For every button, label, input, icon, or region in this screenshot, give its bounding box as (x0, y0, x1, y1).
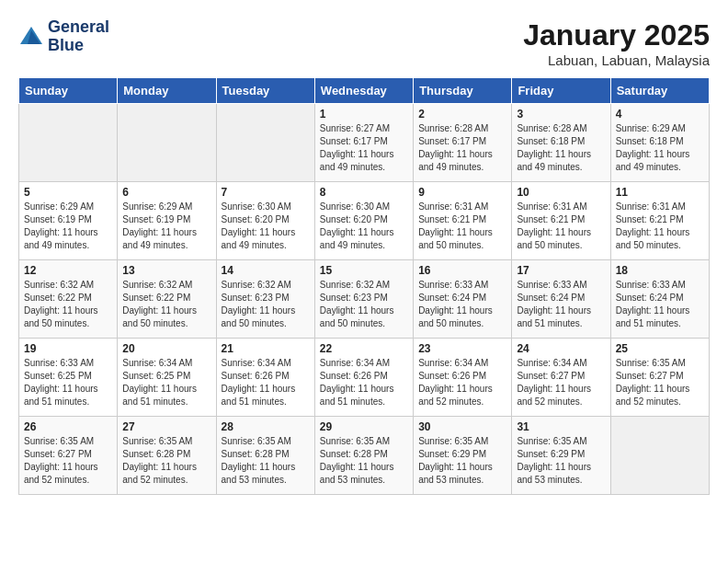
day-number: 9 (418, 186, 506, 199)
day-info: Sunrise: 6:32 AM Sunset: 6:23 PM Dayligh… (222, 279, 310, 330)
day-info: Sunrise: 6:35 AM Sunset: 6:28 PM Dayligh… (222, 435, 310, 487)
day-info: Sunrise: 6:33 AM Sunset: 6:24 PM Dayligh… (418, 279, 506, 330)
day-number: 2 (418, 108, 506, 121)
day-info: Sunrise: 6:33 AM Sunset: 6:24 PM Dayligh… (616, 279, 704, 330)
day-info: Sunrise: 6:32 AM Sunset: 6:22 PM Dayligh… (122, 279, 210, 330)
col-tuesday: Tuesday (216, 78, 314, 104)
col-friday: Friday (512, 78, 610, 104)
logo-icon (18, 24, 44, 50)
day-number: 14 (222, 264, 310, 277)
calendar-cell: 10Sunrise: 6:31 AM Sunset: 6:21 PM Dayli… (512, 182, 610, 260)
calendar-cell: 30Sunrise: 6:35 AM Sunset: 6:29 PM Dayli… (414, 417, 512, 495)
day-number: 3 (517, 108, 605, 121)
calendar-cell: 28Sunrise: 6:35 AM Sunset: 6:28 PM Dayli… (216, 417, 314, 495)
day-number: 20 (122, 342, 210, 355)
calendar-header: Sunday Monday Tuesday Wednesday Thursday… (19, 78, 710, 104)
calendar-cell: 24Sunrise: 6:34 AM Sunset: 6:27 PM Dayli… (512, 339, 610, 417)
day-info: Sunrise: 6:35 AM Sunset: 6:28 PM Dayligh… (122, 435, 210, 487)
day-info: Sunrise: 6:35 AM Sunset: 6:28 PM Dayligh… (320, 435, 408, 487)
calendar-cell: 26Sunrise: 6:35 AM Sunset: 6:27 PM Dayli… (19, 417, 118, 495)
day-number: 19 (24, 342, 112, 355)
col-thursday: Thursday (414, 78, 512, 104)
day-info: Sunrise: 6:32 AM Sunset: 6:23 PM Dayligh… (320, 279, 408, 330)
day-number: 15 (320, 264, 408, 277)
calendar-cell: 7Sunrise: 6:30 AM Sunset: 6:20 PM Daylig… (216, 182, 314, 260)
day-number: 10 (517, 186, 605, 199)
day-info: Sunrise: 6:30 AM Sunset: 6:20 PM Dayligh… (320, 201, 408, 252)
day-info: Sunrise: 6:29 AM Sunset: 6:18 PM Dayligh… (616, 122, 704, 174)
calendar-cell: 20Sunrise: 6:34 AM Sunset: 6:25 PM Dayli… (118, 339, 216, 417)
day-info: Sunrise: 6:34 AM Sunset: 6:26 PM Dayligh… (418, 357, 506, 408)
day-number: 25 (616, 342, 704, 355)
day-number: 17 (517, 264, 605, 277)
day-info: Sunrise: 6:35 AM Sunset: 6:27 PM Dayligh… (616, 357, 704, 408)
day-info: Sunrise: 6:30 AM Sunset: 6:20 PM Dayligh… (222, 201, 310, 252)
day-info: Sunrise: 6:34 AM Sunset: 6:26 PM Dayligh… (320, 357, 408, 408)
calendar-week-row: 19Sunrise: 6:33 AM Sunset: 6:25 PM Dayli… (19, 339, 710, 417)
day-number: 4 (616, 108, 704, 121)
calendar-cell: 18Sunrise: 6:33 AM Sunset: 6:24 PM Dayli… (610, 260, 709, 339)
calendar-cell (118, 104, 216, 182)
calendar-cell (610, 417, 709, 495)
day-number: 29 (320, 420, 408, 433)
header-row: Sunday Monday Tuesday Wednesday Thursday… (19, 78, 710, 104)
day-number: 30 (418, 420, 506, 433)
calendar-cell: 13Sunrise: 6:32 AM Sunset: 6:22 PM Dayli… (118, 260, 216, 339)
day-number: 23 (418, 342, 506, 355)
day-info: Sunrise: 6:33 AM Sunset: 6:25 PM Dayligh… (24, 357, 112, 408)
calendar-subtitle: Labuan, Labuan, Malaysia (523, 52, 710, 68)
day-number: 13 (122, 264, 210, 277)
calendar-cell: 27Sunrise: 6:35 AM Sunset: 6:28 PM Dayli… (118, 417, 216, 495)
calendar-cell: 9Sunrise: 6:31 AM Sunset: 6:21 PM Daylig… (414, 182, 512, 260)
day-info: Sunrise: 6:33 AM Sunset: 6:24 PM Dayligh… (517, 279, 605, 330)
calendar-cell: 21Sunrise: 6:34 AM Sunset: 6:26 PM Dayli… (216, 339, 314, 417)
calendar-cell: 15Sunrise: 6:32 AM Sunset: 6:23 PM Dayli… (314, 260, 413, 339)
day-number: 24 (517, 342, 605, 355)
day-info: Sunrise: 6:35 AM Sunset: 6:29 PM Dayligh… (418, 435, 506, 487)
day-number: 1 (320, 108, 408, 121)
calendar-title: January 2025 (523, 18, 710, 52)
col-monday: Monday (118, 78, 216, 104)
day-info: Sunrise: 6:31 AM Sunset: 6:21 PM Dayligh… (517, 201, 605, 252)
day-info: Sunrise: 6:35 AM Sunset: 6:29 PM Dayligh… (517, 435, 605, 487)
calendar-cell: 1Sunrise: 6:27 AM Sunset: 6:17 PM Daylig… (314, 104, 413, 182)
logo: General Blue (18, 18, 109, 55)
page-header: General Blue January 2025 Labuan, Labuan… (18, 18, 710, 68)
calendar-week-row: 12Sunrise: 6:32 AM Sunset: 6:22 PM Dayli… (19, 260, 710, 339)
logo-line1: General (48, 18, 109, 37)
calendar-body: 1Sunrise: 6:27 AM Sunset: 6:17 PM Daylig… (19, 104, 710, 495)
title-block: January 2025 Labuan, Labuan, Malaysia (523, 18, 710, 68)
col-saturday: Saturday (610, 78, 709, 104)
day-info: Sunrise: 6:28 AM Sunset: 6:17 PM Dayligh… (418, 122, 506, 174)
day-info: Sunrise: 6:34 AM Sunset: 6:25 PM Dayligh… (122, 357, 210, 408)
col-sunday: Sunday (19, 78, 118, 104)
calendar-cell (216, 104, 314, 182)
calendar-cell: 12Sunrise: 6:32 AM Sunset: 6:22 PM Dayli… (19, 260, 118, 339)
calendar-cell: 11Sunrise: 6:31 AM Sunset: 6:21 PM Dayli… (610, 182, 709, 260)
day-info: Sunrise: 6:29 AM Sunset: 6:19 PM Dayligh… (24, 201, 112, 252)
day-info: Sunrise: 6:31 AM Sunset: 6:21 PM Dayligh… (418, 201, 506, 252)
calendar-cell: 3Sunrise: 6:28 AM Sunset: 6:18 PM Daylig… (512, 104, 610, 182)
calendar-cell: 4Sunrise: 6:29 AM Sunset: 6:18 PM Daylig… (610, 104, 709, 182)
day-number: 7 (222, 186, 310, 199)
day-info: Sunrise: 6:35 AM Sunset: 6:27 PM Dayligh… (24, 435, 112, 487)
logo-line2: Blue (48, 37, 109, 55)
day-info: Sunrise: 6:34 AM Sunset: 6:27 PM Dayligh… (517, 357, 605, 408)
calendar-week-row: 26Sunrise: 6:35 AM Sunset: 6:27 PM Dayli… (19, 417, 710, 495)
calendar-cell: 6Sunrise: 6:29 AM Sunset: 6:19 PM Daylig… (118, 182, 216, 260)
day-info: Sunrise: 6:28 AM Sunset: 6:18 PM Dayligh… (517, 122, 605, 174)
calendar-week-row: 1Sunrise: 6:27 AM Sunset: 6:17 PM Daylig… (19, 104, 710, 182)
calendar-cell: 2Sunrise: 6:28 AM Sunset: 6:17 PM Daylig… (414, 104, 512, 182)
day-number: 8 (320, 186, 408, 199)
day-number: 22 (320, 342, 408, 355)
day-number: 6 (122, 186, 210, 199)
day-number: 16 (418, 264, 506, 277)
calendar-cell: 23Sunrise: 6:34 AM Sunset: 6:26 PM Dayli… (414, 339, 512, 417)
calendar-table: Sunday Monday Tuesday Wednesday Thursday… (18, 77, 710, 495)
day-number: 27 (122, 420, 210, 433)
calendar-week-row: 5Sunrise: 6:29 AM Sunset: 6:19 PM Daylig… (19, 182, 710, 260)
day-number: 21 (222, 342, 310, 355)
day-number: 12 (24, 264, 112, 277)
calendar-cell: 16Sunrise: 6:33 AM Sunset: 6:24 PM Dayli… (414, 260, 512, 339)
day-number: 26 (24, 420, 112, 433)
